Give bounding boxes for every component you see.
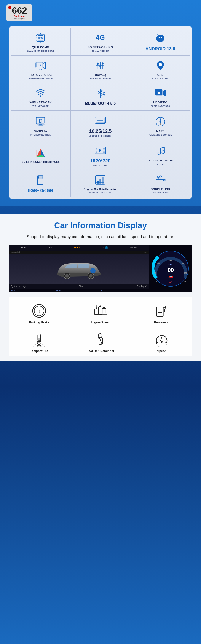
- svg-point-47: [40, 122, 41, 122]
- temperature-label: Temperature: [30, 349, 48, 353]
- wifi-icon: [34, 87, 47, 99]
- svg-point-138: [161, 341, 163, 343]
- svg-text:!: !: [38, 309, 40, 314]
- svg-point-92: [160, 176, 162, 177]
- eq-icon: [94, 60, 106, 72]
- feature-4g: 4G 4G NETWORKING 4G ALL NETCOM: [71, 28, 130, 56]
- svg-rect-65: [103, 148, 105, 149]
- nav-navi: Navi: [21, 246, 26, 249]
- feature-music: Undamaged Music MUSIC: [130, 140, 190, 170]
- svg-rect-42: [36, 117, 45, 124]
- qualcomm-badge: 662 Qualcomm snapdragon: [6, 4, 32, 22]
- storage-title: 8GB+256GB: [28, 188, 53, 193]
- hd-video-sub: AUDIO AND VIDEO: [151, 105, 170, 107]
- feature-resolution: 1920*720 Resolution: [71, 140, 130, 170]
- svg-rect-18: [164, 38, 164, 40]
- dash-time-label: Time: [142, 251, 146, 253]
- hd-reversing-sub: HD REVERSING IMAGE: [28, 78, 53, 80]
- svg-rect-66: [96, 151, 98, 153]
- info-remaining: Remaining: [131, 299, 192, 328]
- svg-point-131: [98, 334, 102, 338]
- nav-media: Media: [74, 246, 80, 249]
- cpu-icon: CPU: [34, 32, 47, 44]
- svg-point-16: [156, 34, 164, 42]
- svg-point-37: [40, 95, 41, 97]
- svg-point-93: [164, 179, 166, 181]
- dsp-title: DSP/EQ: [95, 73, 106, 77]
- svg-text:40: 40: [154, 272, 156, 274]
- info-engine-speed: Engine Speed: [70, 299, 131, 328]
- svg-line-124: [163, 307, 166, 308]
- bluetooth-title: Bluetooth 5.0: [85, 102, 116, 106]
- music-icon: [154, 145, 166, 158]
- svg-point-58: [160, 121, 161, 122]
- nav-vehicle: Vehicle: [129, 246, 136, 249]
- dash-right-panel: 160 200 240 80 40 0 280 km/h 00 🚗 −40°C: [149, 245, 192, 292]
- features-grid: CPU Qualcomm QUALCOMM EIGHT-CORE: [11, 28, 190, 197]
- svg-text:200: 200: [180, 262, 184, 264]
- car-info-desc: Support to display many car information,…: [9, 234, 192, 240]
- carplay-sub: INTERCONNECTION: [30, 134, 51, 136]
- music-sub: MUSIC: [157, 163, 164, 166]
- seat-belt-label: Seat Belt Reminder: [86, 349, 114, 353]
- feature-android: ANDROID 13.0: [130, 28, 190, 56]
- svg-point-21: [158, 37, 160, 38]
- fuel-icon: [154, 303, 169, 318]
- ui-title: Built-in 4 User Interfaces: [22, 160, 60, 164]
- feature-usb: Double USB USB INTERFACE: [130, 170, 190, 197]
- feature-bluetooth: Bluetooth 5.0: [71, 83, 130, 111]
- dashboard-mockup: Navi Radio Media Tel/🌐 Vehicle Subscript…: [9, 245, 192, 292]
- feature-storage: 8GB+256GB: [11, 170, 71, 197]
- temp3-value: 27 °C: [142, 290, 147, 292]
- remaining-label: Remaining: [154, 320, 170, 324]
- svg-rect-90: [157, 176, 159, 178]
- sd-icon: [34, 174, 47, 186]
- svg-rect-123: [158, 309, 162, 312]
- temp2-value: ⚙: [101, 290, 102, 292]
- svg-marker-68: [99, 148, 102, 152]
- screen-title: 10.25/12.5: [89, 128, 112, 134]
- resolution-sub: Resolution: [93, 164, 108, 167]
- chip-subtitle: snapdragon: [14, 18, 25, 20]
- dash-temp-bar: 27 °C A/C ∞ ⚙ 27 °C: [9, 288, 149, 292]
- svg-text:4G: 4G: [96, 34, 105, 41]
- svg-rect-20: [161, 40, 162, 42]
- nav-radio: Radio: [47, 246, 53, 249]
- maps-icon: [154, 116, 166, 128]
- 4g-sub: 4G ALL NETCOM: [92, 50, 109, 52]
- maps-title: Maps: [156, 130, 164, 133]
- android-icon: [154, 32, 166, 44]
- feature-screen: 10.25/12.5 10.25/12.5 HD SCREEN: [71, 111, 130, 140]
- svg-rect-130: [38, 338, 40, 343]
- info-temperature: Temperature: [9, 328, 70, 356]
- hd-camera-icon: HD: [34, 60, 47, 72]
- svg-text:CPU: CPU: [38, 37, 43, 39]
- svg-point-22: [161, 37, 162, 38]
- hd-reversing-title: HD REVERSING: [30, 73, 52, 77]
- cpu-sub: QUALCOMM EIGHT-CORE: [27, 50, 54, 52]
- svg-marker-40: [163, 90, 166, 96]
- gps-title: GPS: [157, 73, 164, 77]
- svg-rect-117: [102, 309, 106, 313]
- svg-text:−40°C: −40°C: [168, 281, 173, 283]
- time-label: Time: [79, 285, 84, 288]
- android-title: ANDROID 13.0: [146, 46, 175, 51]
- carplay-title: Carplay: [34, 130, 48, 133]
- feature-car-data: Original Car Data Retention ORIGINAL CAR…: [71, 170, 130, 197]
- svg-text:160: 160: [169, 260, 172, 262]
- feature-carplay: Carplay INTERCONNECTION: [11, 111, 71, 140]
- car-data-sub: ORIGINAL CAR DATA: [89, 192, 111, 194]
- svg-text:240: 240: [184, 272, 187, 274]
- speed-label: Speed: [157, 349, 166, 353]
- 4g-title: 4G NETWORKING: [88, 46, 113, 49]
- feature-gps: GPS GPS LOCATION: [130, 56, 190, 83]
- wifi-title: WIFI NETWORK: [30, 101, 52, 104]
- car-data-title: Original Car Data Retention: [84, 188, 117, 191]
- ac-value: A/C ∞: [56, 290, 61, 292]
- info-seat-belt: Seat Belt Reminder: [70, 328, 131, 356]
- svg-text:HD: HD: [38, 64, 41, 66]
- gps-sub: GPS LOCATION: [152, 78, 168, 80]
- svg-rect-83: [97, 181, 99, 184]
- svg-rect-17: [156, 38, 157, 40]
- svg-text:00: 00: [168, 267, 174, 273]
